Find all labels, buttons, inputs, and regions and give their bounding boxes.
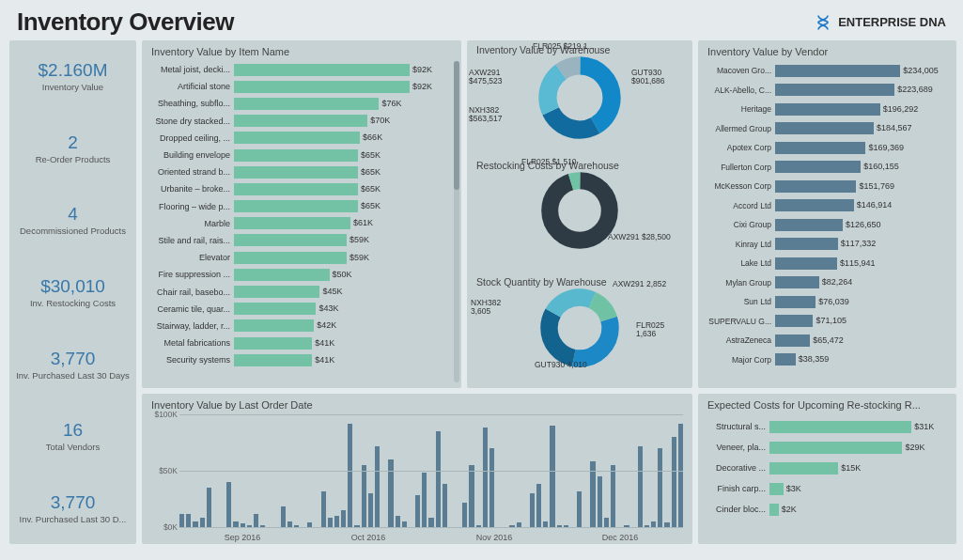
bar-row: McKesson Corp $151,769 — [702, 177, 949, 196]
bar-row: Chair rail, basebo... $45K — [149, 283, 448, 300]
bar-row: Fullerton Corp $160,155 — [702, 158, 949, 178]
bar-label: Stairway, ladder, r... — [149, 321, 234, 331]
kpi-card[interactable]: 4Decommissioned Products — [9, 184, 136, 257]
kpi-card[interactable]: 2Re-Order Products — [9, 113, 136, 185]
bar-value: $59K — [347, 234, 369, 246]
bar-row: Metal fabrications $41K — [149, 334, 448, 351]
kpi-card[interactable]: $2.160MInventory Value — [9, 40, 136, 113]
bar-value: $45K — [319, 286, 342, 298]
kpi-card[interactable]: 16Total Vendors — [9, 400, 136, 473]
bar-row: Structural s... $31K — [706, 416, 947, 437]
bar-row: Stile and rail, rais... $59K — [149, 232, 448, 249]
axis-label: Dec 2016 — [557, 533, 683, 542]
bar-label: Chair rail, basebo... — [149, 288, 234, 297]
bar-label: Kinray Ltd — [702, 240, 775, 249]
bar-row: Mylan Group $82,264 — [702, 273, 949, 293]
bar-row: Kinray Ltd $117,332 — [702, 235, 949, 255]
bar-value: $15K — [838, 462, 861, 474]
restocking-by-warehouse-chart[interactable]: Restocking Costs by Warehouse FLR025 $1,… — [467, 156, 692, 272]
bar-row: Sheathing, subflo... $76K — [149, 95, 448, 112]
column-bar — [415, 495, 420, 527]
column-bar — [341, 510, 346, 527]
kpi-panel: $2.160MInventory Value2Re-Order Products… — [9, 40, 136, 544]
bar-value: $92K — [410, 64, 432, 76]
bar-value: $29K — [902, 442, 924, 454]
kpi-value: 3,770 — [51, 349, 96, 369]
axis-label: Sep 2016 — [179, 533, 305, 542]
donut-label: AXW291 2,852 — [613, 280, 666, 288]
column-bar — [638, 446, 643, 527]
column-bar — [226, 482, 231, 527]
axis-label: $50K — [159, 466, 178, 475]
bar-row: Sun Ltd $76,039 — [702, 292, 949, 312]
bar-label: Structural s... — [706, 422, 769, 431]
bar-value: $92K — [410, 81, 432, 93]
bar-value: $59K — [347, 252, 369, 264]
inventory-by-last-order-date-chart[interactable]: Inventory Value by Last Order Date $100K… — [142, 394, 692, 544]
column-bar — [207, 488, 211, 527]
column-bar — [536, 484, 541, 527]
warehouse-donuts-panel: Inventory Value by Warehouse FLR025 $219… — [467, 40, 692, 388]
inventory-by-item-chart[interactable]: Inventory Value by Item Name Metal joist… — [142, 40, 461, 388]
dna-icon — [814, 13, 832, 32]
bar-label: Apotex Corp — [702, 143, 775, 152]
bar-label: Mylan Group — [702, 278, 775, 288]
bar-label: Metal fabrications — [149, 338, 234, 348]
column-bar — [672, 437, 676, 527]
bar-row: Marble $61K — [149, 215, 448, 232]
kpi-card[interactable]: 3,770Inv. Purchased Last 30 D... — [9, 472, 136, 544]
brand-logo: ENTERPRISE DNA — [814, 13, 946, 32]
bar-row: Allermed Group $184,567 — [702, 119, 949, 139]
column-bar — [334, 516, 339, 527]
kpi-label: Inv. Purchased Last 30 D... — [20, 514, 127, 524]
bar-label: Fire suppression ... — [149, 270, 234, 279]
kpi-value: $30,010 — [40, 276, 105, 297]
donut-label: AXW291 $28,500 — [608, 233, 671, 241]
svg-point-4 — [550, 181, 610, 241]
bar-value: $65K — [358, 166, 381, 179]
bar-value: $3K — [784, 483, 801, 495]
chart-title: Inventory Value by Last Order Date — [142, 394, 692, 412]
bar-label: Accord Ltd — [702, 201, 775, 210]
axis-label: Oct 2016 — [305, 533, 431, 542]
column-bar — [328, 518, 333, 527]
bar-label: Marble — [149, 219, 234, 228]
kpi-card[interactable]: 3,770Inv. Purchased Last 30 Days — [9, 328, 136, 400]
bar-row: Building envelope $65K — [149, 147, 448, 163]
bar-value: $151,769 — [856, 180, 894, 193]
bar-row: Urbanite – broke... $65K — [149, 180, 448, 197]
bar-row: Oriented strand b... $65K — [149, 163, 448, 180]
column-bar — [550, 426, 554, 527]
inventory-by-vendor-chart[interactable]: Inventory Value by Vendor Macoven Gro...… — [698, 40, 956, 388]
column-bar — [577, 491, 582, 527]
expected-restocking-costs-chart[interactable]: Expected Costs for Upcoming Re-stocking … — [698, 394, 956, 544]
bar-label: Flooring – wide p... — [149, 202, 234, 211]
donut-label: FLR025 $219,1... — [533, 42, 595, 51]
bar-label: Finish carp... — [706, 484, 769, 493]
kpi-value: 3,770 — [51, 492, 96, 513]
stock-qty-by-warehouse-chart[interactable]: Stock Quantity by Warehouse NXH382 3,605… — [467, 272, 692, 388]
bar-label: Elevator — [149, 253, 234, 262]
column-bar — [200, 518, 205, 527]
scrollbar[interactable] — [454, 61, 459, 382]
bar-label: Artificial stone — [149, 82, 234, 91]
bar-label: Building envelope — [149, 150, 234, 160]
bar-value: $169,369 — [865, 142, 904, 154]
inventory-by-warehouse-chart[interactable]: Inventory Value by Warehouse FLR025 $219… — [467, 40, 692, 156]
bar-label: ALK-Abello, C... — [702, 86, 775, 95]
column-bar — [658, 448, 662, 527]
bar-row: Elevator $59K — [149, 249, 448, 266]
bar-label: Sheathing, subflo... — [149, 99, 234, 108]
bar-label: Stone dry stacked... — [149, 117, 234, 126]
axis-label: Nov 2016 — [431, 533, 557, 542]
bar-label: SUPERVALU G... — [702, 317, 775, 326]
column-bar — [489, 448, 494, 527]
column-bar — [281, 506, 286, 527]
kpi-card[interactable]: $30,010Inv. Restocking Costs — [9, 257, 136, 329]
bar-label: Stile and rail, rais... — [149, 236, 234, 245]
donut-label: FLR025 $1,510 — [521, 158, 577, 166]
bar-value: $31K — [911, 421, 934, 433]
bar-label: Urbanite – broke... — [149, 184, 234, 194]
column-bar — [368, 493, 373, 527]
column-bar — [436, 431, 441, 527]
